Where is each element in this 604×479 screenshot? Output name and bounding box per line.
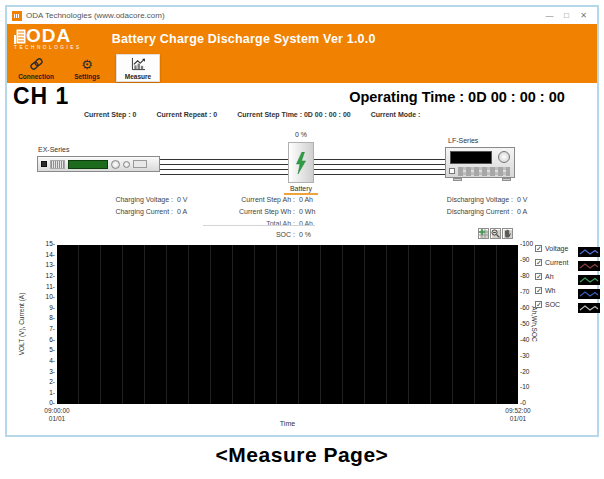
maximize-button[interactable]: □ — [558, 9, 575, 23]
black-display-graphic — [450, 151, 492, 164]
y-tick: 11 — [46, 284, 55, 291]
toolbar-button-measure[interactable]: Measure — [116, 54, 160, 82]
legend-checkbox[interactable]: ✓ — [535, 287, 542, 294]
status-item: Current Repeat : 0 — [157, 111, 218, 118]
titlebar: ODA Technologies (www.odacore.com) — □ ✕ — [7, 7, 597, 24]
legend-checkbox[interactable]: ✓ — [535, 273, 542, 280]
y-tick: 1 — [49, 390, 55, 397]
legend-label: Wh — [545, 287, 575, 294]
legend-label: Voltage — [545, 245, 575, 252]
status-item: Current Mode : — [371, 111, 421, 118]
legend-item[interactable]: ✓Ah — [535, 271, 600, 281]
legend-line-swatch — [578, 271, 600, 281]
measurement-row: Charging Voltage :0 V — [85, 196, 188, 204]
y-tick: 0 — [520, 400, 526, 407]
y-tick: 60 — [520, 305, 529, 312]
legend-label: SOC — [545, 301, 575, 308]
y-tick: 8 — [49, 315, 55, 322]
measurement-label: Discharging Voltage : — [425, 196, 513, 204]
status-item: Current Step Time : 0D 00 : 00 : 00 — [237, 111, 350, 118]
window-title: ODA Technologies (www.odacore.com) — [26, 11, 165, 20]
legend-line-swatch — [578, 243, 600, 253]
measurement-label: SOC : — [203, 231, 295, 239]
chart-toolbar — [478, 228, 513, 239]
y-tick: 3 — [49, 369, 55, 376]
electronic-load-image — [445, 147, 515, 178]
measurements-right: Discharging Voltage :0 VDischarging Curr… — [425, 196, 528, 216]
y-axis-left-ticks: 1514131211109876543210 — [30, 241, 55, 407]
legend-checkbox[interactable]: ✓ — [535, 259, 542, 266]
measurement-label: Total Ah : — [203, 220, 295, 225]
y-tick: 5 — [49, 347, 55, 354]
legend-checkbox[interactable]: ✓ — [535, 301, 542, 308]
measurement-value: 0 Ah — [299, 196, 313, 204]
y-tick: 7 — [49, 326, 55, 333]
y-tick: 2 — [49, 379, 55, 386]
legend-item[interactable]: ✓Wh — [535, 285, 600, 295]
toolbar-button-settings[interactable]: ⚙ Settings — [65, 54, 109, 82]
screenshot-stage: ODA Technologies (www.odacore.com) — □ ✕… — [0, 0, 604, 479]
y-tick: 70 — [520, 289, 529, 296]
measurement-row: SOC :0 % — [203, 231, 315, 239]
toolbar-label: Measure — [125, 73, 151, 80]
legend-item[interactable]: ✓SOC — [535, 299, 600, 309]
measurement-label: Current Step Wh : — [203, 208, 295, 216]
y-tick: 90 — [520, 257, 529, 264]
logo-text: ODA — [26, 27, 71, 44]
legend-checkbox[interactable]: ✓ — [535, 245, 542, 252]
device-foot — [502, 178, 511, 181]
source-device-label: EX-Series — [38, 146, 70, 153]
y-tick: 12 — [46, 273, 55, 280]
measurement-label: Charging Current : — [85, 208, 173, 216]
status-item: Current Step : 0 — [84, 111, 137, 118]
building-icon — [14, 29, 26, 44]
pan-tool-icon[interactable] — [502, 228, 513, 239]
connector-graphic — [133, 160, 147, 168]
measurement-value: 0 % — [299, 231, 311, 239]
measurement-value: 0 Wh — [299, 208, 315, 216]
chart-plot-area[interactable] — [57, 245, 518, 404]
legend-label: Current — [545, 259, 575, 266]
legend-label: Ah — [545, 273, 575, 280]
minimize-button[interactable]: — — [541, 9, 558, 23]
legend-item[interactable]: ✓Current — [535, 257, 600, 267]
close-button[interactable]: ✕ — [575, 9, 592, 23]
measurement-value: 0 Ah — [299, 220, 313, 225]
measurement-value: 0 V — [177, 196, 188, 204]
y-tick: 9 — [49, 305, 55, 312]
button-graphic — [449, 168, 455, 174]
measurement-row: Charging Current :0 A — [85, 208, 188, 216]
toolbar-button-connection[interactable]: Connection — [14, 54, 58, 82]
legend-line-swatch — [578, 299, 600, 309]
y-tick: 20 — [520, 369, 529, 376]
measurement-row: Discharging Voltage :0 V — [425, 196, 528, 204]
y-tick: 14 — [46, 252, 55, 259]
measurement-value: 0 A — [177, 208, 187, 216]
measurement-label: Discharging Current : — [425, 208, 513, 216]
legend-item[interactable]: ✓Voltage — [535, 243, 600, 253]
grid-tool-icon[interactable] — [478, 228, 489, 239]
measurement-label: Charging Voltage : — [85, 196, 173, 204]
y-tick: 40 — [520, 337, 529, 344]
chart-legend: ✓Voltage✓Current✓Ah✓Wh✓SOC — [535, 243, 600, 309]
y-tick: 30 — [520, 353, 529, 360]
knob-graphic — [111, 160, 120, 169]
button-grid-graphic — [458, 167, 510, 176]
gear-icon: ⚙ — [81, 57, 93, 72]
measurement-value: 0 A — [517, 208, 527, 216]
y-tick: 80 — [520, 273, 529, 280]
figure-caption: <Measure Page> — [0, 443, 604, 467]
battery-soc-value: 0 % — [278, 131, 324, 138]
zoom-tool-icon[interactable] — [490, 228, 501, 239]
green-display-graphic — [68, 160, 108, 169]
app-title: Battery Charge Discharge System Ver 1.0.… — [112, 32, 376, 46]
lightning-icon — [295, 152, 307, 174]
wires-left — [160, 159, 288, 175]
chart-icon — [131, 57, 146, 72]
measurement-label: Current Step Ah : — [203, 196, 295, 204]
status-row: Current Step : 0Current Repeat : 0Curren… — [84, 111, 420, 118]
channel-title: CH 1 — [13, 83, 69, 110]
app-window: ODA Technologies (www.odacore.com) — □ ✕… — [5, 5, 599, 437]
measurement-row: Discharging Current :0 A — [425, 208, 528, 216]
legend-line-swatch — [578, 257, 600, 267]
